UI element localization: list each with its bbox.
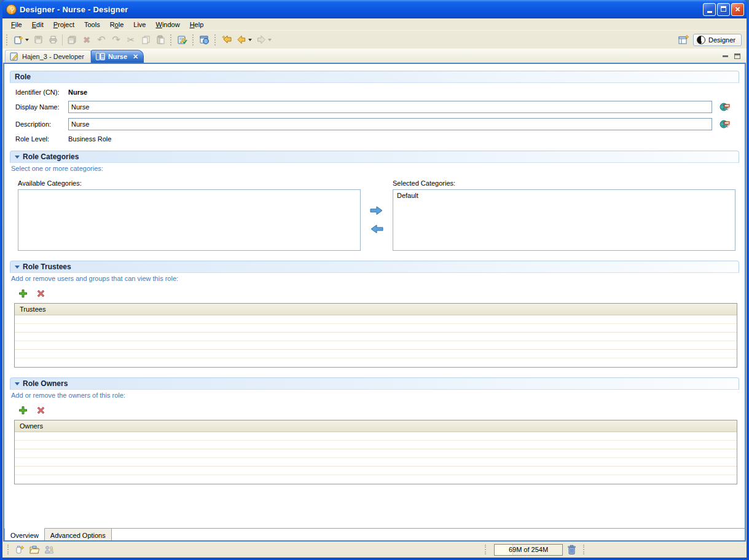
editor-maximize-icon[interactable] [734, 53, 740, 59]
validate-project-button[interactable] [175, 33, 190, 47]
role-level-value: Business Role [68, 135, 712, 143]
statusbar-drag-handle[interactable] [7, 545, 10, 554]
copy-icon [141, 35, 151, 44]
new-object-button[interactable] [12, 543, 27, 556]
forward-button[interactable] [254, 33, 273, 47]
role-trustees-section-header[interactable]: Role Trustees [10, 261, 739, 273]
minimize-button[interactable] [703, 3, 716, 16]
title-bar: Designer - Nurse - Designer ✕ [2, 0, 747, 18]
role-owners-instruction: Add or remove the owners of this role: [9, 390, 740, 399]
new-wizard-button[interactable] [11, 33, 31, 47]
designer-perspective-label: Designer [708, 36, 735, 44]
toolbar-drag-handle[interactable] [214, 34, 217, 45]
available-categories-list[interactable] [18, 189, 361, 251]
web-browser-button[interactable] [197, 33, 212, 47]
minimize-icon [707, 11, 712, 13]
menu-file[interactable]: File [6, 20, 27, 30]
open-perspective-icon[interactable] [678, 34, 689, 45]
add-owner-icon[interactable] [18, 406, 28, 415]
save-all-icon [67, 35, 77, 45]
status-bar: 69M of 254M [2, 542, 747, 558]
role-trustees-title: Role Trustees [23, 262, 71, 271]
menu-role[interactable]: Role [105, 20, 129, 30]
add-category-arrow-icon[interactable] [369, 205, 384, 216]
menu-window[interactable]: Window [151, 20, 184, 30]
collapse-triangle-icon [15, 382, 20, 385]
localize-description-icon[interactable] [720, 119, 731, 129]
save-icon [34, 35, 43, 44]
editor-minimize-icon[interactable] [723, 55, 728, 57]
save-all-button[interactable] [65, 33, 79, 47]
toolbar-drag-handle[interactable] [6, 34, 9, 45]
menu-tools[interactable]: Tools [79, 20, 105, 30]
category-list-item[interactable]: Default [396, 191, 732, 200]
remove-owner-icon[interactable] [36, 406, 45, 415]
tab-overview[interactable]: Overview [4, 528, 45, 540]
tab-nurse[interactable]: Nurse ✕ [91, 50, 144, 63]
display-name-input[interactable] [68, 101, 712, 113]
remove-trustee-icon[interactable] [36, 289, 45, 298]
description-label: Description: [15, 120, 68, 128]
remove-category-arrow-icon[interactable] [369, 224, 384, 234]
role-trustees-instruction: Add or remove users and groups that can … [9, 273, 740, 282]
role-owners-section-header[interactable]: Role Owners [10, 377, 739, 390]
role-icon [96, 53, 105, 60]
role-categories-section-header[interactable]: Role Categories [10, 151, 739, 163]
table-row [15, 441, 737, 449]
forward-dropdown-arrow[interactable] [268, 39, 272, 41]
designer-perspective-button[interactable]: Designer [693, 34, 742, 46]
tab-advanced-options-label: Advanced Options [50, 532, 106, 539]
role-editor: Role Identifier (CN): Nurse Display Name… [3, 63, 746, 542]
localize-display-name-icon[interactable] [720, 102, 731, 112]
statusbar-separator [583, 545, 586, 554]
last-edit-location-button[interactable] [219, 33, 234, 47]
menu-project[interactable]: Project [49, 20, 79, 30]
tab-hajen3-developer[interactable]: Hajen_3 - Developer [5, 50, 91, 63]
tab-label: Nurse [108, 53, 127, 60]
save-button[interactable] [31, 33, 45, 47]
back-dropdown-arrow[interactable] [248, 39, 252, 41]
add-trustee-icon[interactable] [18, 289, 28, 298]
menu-edit[interactable]: Edit [27, 20, 49, 30]
role-level-label: Role Level: [15, 135, 68, 143]
application-window: Designer - Nurse - Designer ✕ File Edit … [0, 0, 749, 560]
table-row [15, 324, 737, 333]
maximize-icon [721, 6, 726, 12]
copy-button[interactable] [138, 33, 153, 47]
application-icon[interactable] [6, 4, 17, 15]
role-categories-title: Role Categories [23, 152, 79, 161]
selected-categories-list[interactable]: Default [393, 189, 735, 251]
menu-live[interactable]: Live [128, 20, 151, 30]
menu-help[interactable]: Help [185, 20, 209, 30]
version-control-button[interactable] [42, 543, 57, 556]
editor-page-tabs: Overview Advanced Options [4, 528, 745, 540]
role-categories-instruction: Select one or more categories: [9, 163, 740, 172]
display-name-label: Display Name: [15, 103, 68, 111]
garbage-collect-icon[interactable] [567, 545, 576, 555]
redo-icon: ↷ [112, 36, 120, 44]
maximize-button[interactable] [717, 3, 730, 16]
heap-usage-text: 69M of 254M [509, 546, 548, 553]
paste-button[interactable] [153, 33, 168, 47]
delete-button[interactable]: ✖ [79, 33, 94, 47]
close-button[interactable]: ✕ [731, 3, 744, 16]
toolbar-drag-handle[interactable] [170, 34, 173, 45]
description-input[interactable] [68, 118, 712, 130]
tab-advanced-options[interactable]: Advanced Options [45, 529, 112, 540]
main-toolbar: ✖ ↶ ↷ ✂ [2, 31, 747, 49]
heap-status-monitor: 69M of 254M [494, 544, 563, 556]
menu-bar: File Edit Project Tools Role Live Window… [2, 18, 747, 31]
toolbar-drag-handle[interactable] [192, 34, 195, 45]
collapse-triangle-icon [15, 156, 20, 159]
new-wizard-dropdown-arrow[interactable] [25, 39, 29, 41]
cut-button[interactable]: ✂ [124, 33, 138, 47]
open-folder-button[interactable] [27, 543, 42, 556]
print-button[interactable] [45, 33, 60, 47]
redo-button[interactable]: ↷ [109, 33, 124, 47]
undo-button[interactable]: ↶ [94, 33, 109, 47]
back-button[interactable] [234, 33, 254, 47]
table-row [15, 475, 737, 484]
tab-close-icon[interactable]: ✕ [133, 53, 138, 61]
last-edit-location-icon [222, 35, 232, 44]
identifier-value: Nurse [68, 89, 712, 96]
